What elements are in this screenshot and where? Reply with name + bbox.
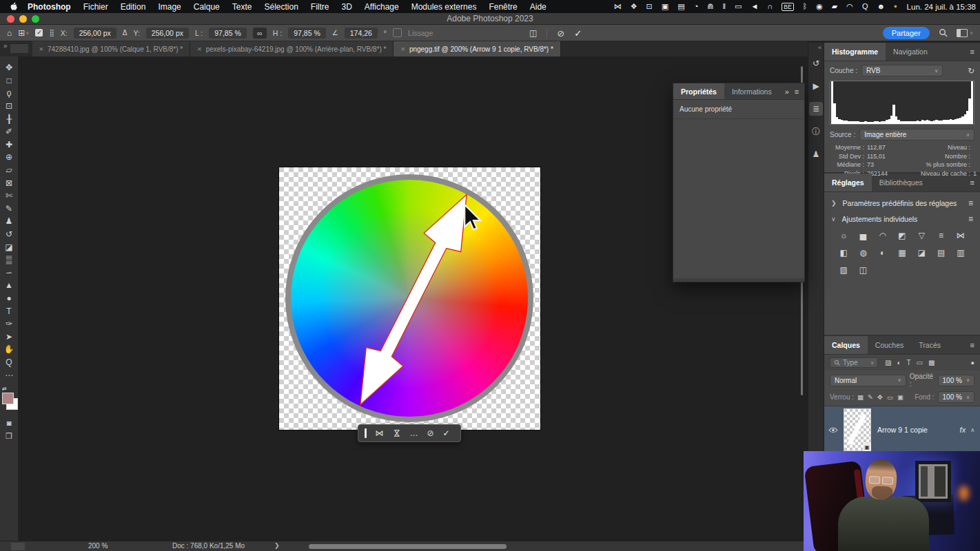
lock-position-icon[interactable]: ✥	[877, 393, 883, 401]
panel-menu-icon[interactable]: ≡	[965, 43, 980, 61]
document-tab[interactable]: × pexels-pixabay-64219.jpg @ 100% (Arriè…	[190, 41, 394, 56]
frame-tool[interactable]: ⊠	[0, 176, 18, 189]
filter-shape-layers-icon[interactable]: ▭	[917, 359, 923, 366]
smudge-tool[interactable]: ∽	[0, 267, 18, 280]
apple-logo-icon[interactable]	[10, 2, 17, 11]
exposure-icon[interactable]: ◩	[892, 231, 912, 240]
clone-source-panel-icon[interactable]: ♟	[809, 147, 823, 161]
color-balance-icon[interactable]: ⋈	[951, 231, 970, 240]
layer-row-arrow-copy[interactable]: ▣ Arrow 9 1 copie fx ∧	[824, 406, 980, 453]
lasso-tool[interactable]: ϙ	[0, 87, 18, 100]
display-icon[interactable]: ▭	[735, 0, 742, 13]
smoothing-checkbox[interactable]	[393, 28, 402, 37]
collapse-effects-icon[interactable]: ∧	[970, 427, 974, 433]
binoculars-icon[interactable]: ⋒	[707, 0, 713, 13]
drag-handle[interactable]	[365, 428, 367, 438]
input-source-icon[interactable]: BE	[782, 3, 793, 11]
active-tool-icon[interactable]: ⊞∨	[18, 28, 29, 38]
move-tool[interactable]: ✥	[0, 61, 18, 74]
layer-search-select[interactable]: Type ∨	[830, 357, 878, 368]
rotation-field[interactable]: 174,26	[345, 28, 378, 39]
tab-reglages[interactable]: Réglages	[824, 174, 872, 191]
quick-mask-icon[interactable]: ◙	[7, 419, 12, 427]
Fenêtre[interactable]: Fenêtre	[482, 2, 523, 12]
commit-transform-icon[interactable]: ✓	[574, 28, 582, 39]
dodge-tool[interactable]: ▲	[0, 279, 18, 292]
crop-tool[interactable]: ╂	[0, 112, 18, 125]
delta-icon[interactable]: Δ	[123, 29, 127, 37]
burn-tool[interactable]: ●	[0, 292, 18, 305]
layer-name[interactable]: Arrow 9 1 copie	[877, 426, 960, 434]
brush-tool[interactable]: ✎	[0, 202, 18, 216]
more-options-icon[interactable]: …	[410, 428, 418, 438]
zoom-level-field[interactable]: 200 %	[88, 542, 108, 550]
spotlight-icon[interactable]: Q	[862, 0, 868, 13]
tab-informations[interactable]: Informations	[724, 83, 779, 99]
content-aware-move-tool[interactable]: ✄	[0, 189, 18, 202]
lock-artboard-icon[interactable]: ▭	[887, 393, 893, 401]
cancel-button[interactable]: ⊘	[427, 428, 434, 438]
home-icon[interactable]: ⌂	[7, 28, 12, 38]
expand-panels-icon[interactable]: «	[818, 44, 824, 51]
lock-pixels-icon[interactable]: ✎	[868, 393, 873, 401]
document-tab[interactable]: × pngegg.tif @ 200% (Arrow 9 1 copie, RV…	[394, 41, 560, 56]
brightness-contrast-icon[interactable]: ☼	[834, 231, 853, 240]
horizontal-scrollbar[interactable]	[309, 544, 507, 549]
screen-record-icon[interactable]: ⊡	[646, 0, 653, 13]
Image[interactable]: Image	[152, 2, 187, 12]
hue-saturation-icon[interactable]: ≡	[931, 231, 950, 240]
Filtre[interactable]: Filtre	[305, 2, 336, 12]
pen-tool[interactable]: ✑	[0, 318, 18, 331]
Affichage[interactable]: Affichage	[358, 2, 405, 12]
clone-stamp-tool[interactable]: ♟	[0, 215, 18, 228]
actions-panel-icon[interactable]: ▶	[809, 79, 823, 93]
hand-tool[interactable]: ✋	[0, 343, 18, 356]
commit-button[interactable]: ✓	[443, 428, 450, 438]
cancel-transform-icon[interactable]: ⊘	[557, 28, 564, 39]
share-button[interactable]: Partager	[883, 27, 930, 39]
tab-close-icon[interactable]: ×	[39, 45, 43, 53]
individual-group-header[interactable]: ∨ Ajustements individuels ≡	[824, 208, 980, 224]
screen-mode-icon[interactable]: ❒	[6, 432, 12, 441]
blend-mode-select[interactable]: Normal∨	[830, 375, 906, 386]
tab-navigation[interactable]: Navigation	[886, 43, 935, 61]
flip-vertical-icon[interactable]: ⋈	[392, 429, 402, 437]
filter-pixel-layers-icon[interactable]: ▨	[885, 359, 891, 366]
y-position-field[interactable]: 256,00 px	[146, 28, 189, 39]
Sélection[interactable]: Sélection	[258, 2, 304, 12]
eraser-tool[interactable]: ◪	[0, 240, 18, 253]
height-field[interactable]: 97,85 %	[288, 28, 326, 39]
filter-pin-icon[interactable]: ●	[971, 360, 974, 366]
opacity-select[interactable]: 100 %∨	[938, 375, 974, 386]
posterize-icon[interactable]: ▤	[931, 248, 950, 258]
dropbox-icon[interactable]: ❖	[631, 0, 637, 13]
device-mirror-icon[interactable]: ▣	[662, 0, 668, 13]
filter-adjustment-layers-icon[interactable]: ◐	[897, 359, 901, 366]
time-machine-icon[interactable]: ◉	[816, 0, 823, 13]
width-field[interactable]: 97,85 %	[209, 28, 247, 39]
Aide[interactable]: Aide	[524, 2, 553, 12]
Calque[interactable]: Calque	[187, 2, 226, 12]
battery-icon[interactable]: ▰	[832, 0, 837, 13]
tab-calques[interactable]: Calques	[824, 336, 868, 354]
layer-visibility-toggle[interactable]	[824, 427, 842, 433]
tab-proprietes[interactable]: Propriétés	[673, 83, 724, 99]
wifi-icon[interactable]: ◠	[846, 0, 853, 13]
x-position-field[interactable]: 256,00 px	[74, 28, 116, 39]
document-tab[interactable]: × 74288410.jpg @ 100% (Calque 1, RVB/8*)…	[32, 41, 191, 56]
gradient-map-icon[interactable]: ▨	[834, 265, 853, 275]
bluetooth-icon[interactable]: ᛒ	[803, 0, 808, 13]
panel-menu-icon[interactable]: ≡	[965, 336, 980, 354]
Modules externes[interactable]: Modules externes	[405, 2, 483, 12]
swap-colors-icon[interactable]: ⇄	[2, 386, 7, 392]
workspace-switcher-icon[interactable]: ∨	[957, 29, 973, 37]
maintain-aspect-ratio-button[interactable]: ∞	[253, 28, 267, 39]
channel-select[interactable]: RVB∨	[861, 65, 943, 76]
reference-point-checkbox[interactable]: ✓	[35, 29, 43, 37]
group-list-icon[interactable]: ≡	[968, 214, 973, 224]
collapse-left-dock-icon[interactable]: »	[0, 41, 10, 56]
Fichier[interactable]: Fichier	[77, 2, 114, 12]
document-size-info[interactable]: Doc : 768,0 Ko/1,25 Mo	[172, 542, 245, 550]
levels-icon[interactable]: ▅	[853, 231, 872, 240]
tab-traces[interactable]: Tracés	[911, 336, 948, 354]
